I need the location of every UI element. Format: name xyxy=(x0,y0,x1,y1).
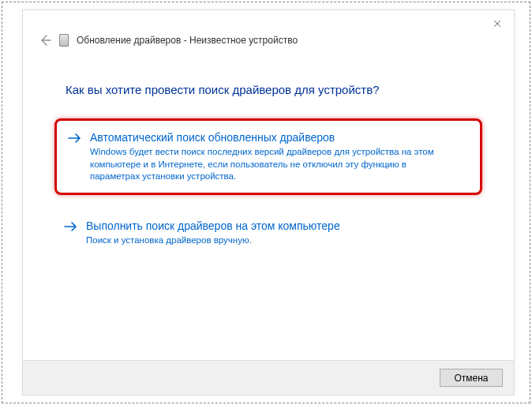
highlighted-option-frame: Автоматический поиск обновленных драйвер… xyxy=(54,118,482,195)
back-arrow-icon xyxy=(39,34,51,47)
arrow-right-icon xyxy=(64,220,78,233)
header-row: Обновление драйверов - Неизвестное устро… xyxy=(23,10,514,47)
close-icon xyxy=(493,20,501,28)
cancel-button[interactable]: Отмена xyxy=(440,369,503,387)
window-title: Обновление драйверов - Неизвестное устро… xyxy=(77,35,298,46)
arrow-right-icon xyxy=(68,132,82,144)
footer-bar: Отмена xyxy=(23,360,514,395)
back-button[interactable] xyxy=(39,34,51,47)
option-manual-title: Выполнить поиск драйверов на этом компью… xyxy=(86,219,473,233)
option-manual-search[interactable]: Выполнить поиск драйверов на этом компью… xyxy=(54,211,482,255)
option-auto-desc: Windows будет вести поиск последних верс… xyxy=(90,146,437,183)
option-auto-text: Автоматический поиск обновленных драйвер… xyxy=(90,130,469,183)
main-heading: Как вы хотите провести поиск драйверов д… xyxy=(23,47,514,118)
option-auto-search[interactable]: Автоматический поиск обновленных драйвер… xyxy=(58,122,478,191)
option-auto-title: Автоматический поиск обновленных драйвер… xyxy=(90,130,469,144)
close-button[interactable] xyxy=(489,15,506,32)
option-manual-desc: Поиск и установка драйверов вручную. xyxy=(86,234,433,247)
options-area: Автоматический поиск обновленных драйвер… xyxy=(23,118,514,254)
option-manual-text: Выполнить поиск драйверов на этом компью… xyxy=(86,219,473,247)
driver-update-window: Обновление драйверов - Неизвестное устро… xyxy=(22,9,515,396)
device-icon xyxy=(59,34,69,47)
